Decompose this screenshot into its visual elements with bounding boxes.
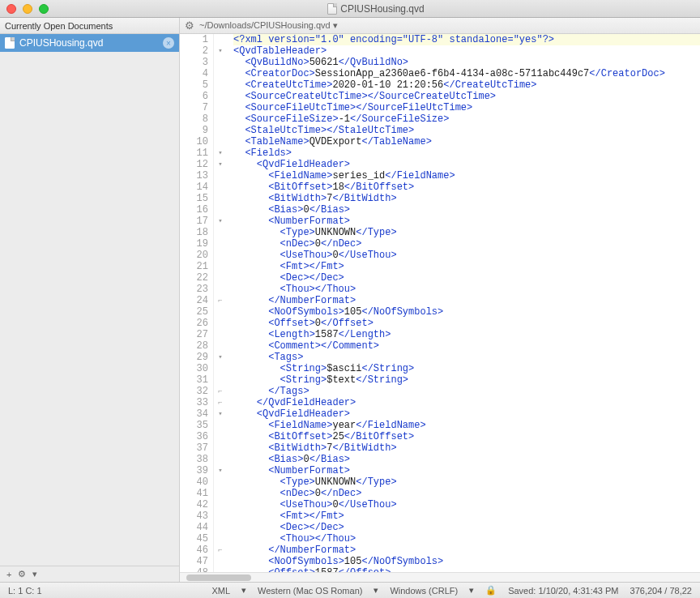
- maximize-icon[interactable]: [39, 4, 49, 14]
- file-size: 376,204 / 78,22: [630, 586, 692, 596]
- fold-marker: [214, 68, 227, 79]
- dropdown-icon[interactable]: ▾: [241, 585, 246, 596]
- code-editor[interactable]: 1234567891011121314151617181920212223242…: [180, 34, 700, 572]
- fold-marker[interactable]: ⌐: [214, 397, 227, 408]
- minimize-icon[interactable]: [23, 4, 32, 14]
- settings-button[interactable]: ⚙: [18, 569, 26, 579]
- fold-marker: [214, 476, 227, 488]
- code-line[interactable]: <?xml version="1.0" encoding="UTF-8" sta…: [233, 34, 700, 45]
- dropdown-icon[interactable]: ▾: [373, 585, 378, 596]
- code-line[interactable]: <StaleUtcTime></StaleUtcTime>: [233, 125, 700, 136]
- fold-marker: [214, 204, 227, 216]
- code-line[interactable]: <SourceFileUtcTime></SourceFileUtcTime>: [233, 102, 700, 113]
- fold-marker[interactable]: ▾: [214, 45, 227, 57]
- code-line[interactable]: <QvdFieldHeader>: [233, 408, 700, 420]
- fold-gutter[interactable]: ▾▾▾▾⌐▾⌐⌐▾▾⌐: [214, 34, 227, 572]
- code-line[interactable]: <SourceCreateUtcTime></SourceCreateUtcTi…: [233, 91, 700, 102]
- code-line[interactable]: <Fields>: [233, 147, 700, 159]
- code-line[interactable]: <Tags>: [233, 352, 700, 363]
- code-line[interactable]: <Length>1587</Length>: [233, 329, 700, 340]
- code-line[interactable]: <Dec></Dec>: [233, 272, 700, 284]
- fold-marker: [214, 306, 227, 318]
- code-line[interactable]: <UseThou>0</UseThou>: [233, 250, 700, 261]
- code-line[interactable]: <FieldName>year</FieldName>: [233, 420, 700, 431]
- code-line[interactable]: <Thou></Thou>: [233, 284, 700, 295]
- line-number: 22: [180, 272, 208, 284]
- line-number: 10: [180, 136, 208, 147]
- add-button[interactable]: +: [6, 570, 11, 579]
- code-line[interactable]: <NumberFormat>: [233, 216, 700, 227]
- fold-marker[interactable]: ▾: [214, 352, 227, 363]
- fold-marker[interactable]: ▾: [214, 408, 227, 420]
- path-text[interactable]: ~/Downloads/CPIUSHousing.qvd ▾: [199, 20, 338, 31]
- fold-marker[interactable]: ▾: [214, 147, 227, 159]
- line-number: 17: [180, 216, 208, 227]
- code-line[interactable]: <BitOffset>18</BitOffset>: [233, 182, 700, 193]
- code-line[interactable]: </NumberFormat>: [233, 295, 700, 306]
- line-endings[interactable]: Windows (CRLF): [390, 586, 458, 596]
- code-line[interactable]: <Type>UNKNOWN</Type>: [233, 227, 700, 238]
- encoding[interactable]: Western (Mac OS Roman): [258, 586, 362, 596]
- code-line[interactable]: <NumberFormat>: [233, 465, 700, 476]
- code-line[interactable]: </NumberFormat>: [233, 545, 700, 556]
- code-line[interactable]: <String>$ascii</String>: [233, 363, 700, 374]
- code-content[interactable]: <?xml version="1.0" encoding="UTF-8" sta…: [227, 34, 700, 572]
- code-line[interactable]: <Fmt></Fmt>: [233, 510, 700, 522]
- line-number: 36: [180, 431, 208, 442]
- code-line[interactable]: <Offset>0</Offset>: [233, 318, 700, 329]
- fold-marker[interactable]: ▾: [214, 216, 227, 227]
- fold-marker[interactable]: ⌐: [214, 295, 227, 306]
- fold-marker: [214, 556, 227, 567]
- code-line[interactable]: <Dec></Dec>: [233, 522, 700, 533]
- scroll-thumb[interactable]: [186, 575, 251, 581]
- code-line[interactable]: <QvdTableHeader>: [233, 45, 700, 57]
- code-line[interactable]: </Tags>: [233, 386, 700, 397]
- code-line[interactable]: <nDec>0</nDec>: [233, 238, 700, 250]
- code-line[interactable]: </QvdFieldHeader>: [233, 397, 700, 408]
- code-line[interactable]: <Type>UNKNOWN</Type>: [233, 476, 700, 488]
- line-number: 44: [180, 522, 208, 533]
- fold-marker[interactable]: ▾: [214, 465, 227, 476]
- code-line[interactable]: <FieldName>series_id</FieldName>: [233, 170, 700, 182]
- fold-marker[interactable]: ⌐: [214, 386, 227, 397]
- fold-marker: [214, 340, 227, 352]
- fold-marker[interactable]: ▾: [214, 159, 227, 170]
- fold-marker: [214, 272, 227, 284]
- fold-marker[interactable]: ⌐: [214, 545, 227, 556]
- lock-icon[interactable]: 🔒: [485, 585, 497, 596]
- code-line[interactable]: <TableName>QVDExport</TableName>: [233, 136, 700, 147]
- code-line[interactable]: <QvdFieldHeader>: [233, 159, 700, 170]
- sidebar-footer: + ⚙ ▾: [0, 566, 179, 582]
- code-line[interactable]: <NoOfSymbols>105</NoOfSymbols>: [233, 556, 700, 567]
- document-item[interactable]: CPIUSHousing.qvd ×: [0, 34, 179, 52]
- cursor-position[interactable]: L: 1 C: 1: [8, 586, 42, 596]
- horizontal-scrollbar[interactable]: [180, 572, 700, 582]
- code-line[interactable]: <SourceFileSize>-1</SourceFileSize>: [233, 113, 700, 125]
- code-line[interactable]: <Bias>0</Bias>: [233, 204, 700, 216]
- code-line[interactable]: <Comment></Comment>: [233, 340, 700, 352]
- gear-icon[interactable]: ⚙: [185, 19, 194, 32]
- line-number: 45: [180, 533, 208, 545]
- code-line[interactable]: <CreatorDoc>SessionApp_a2360ae6-f6b4-413…: [233, 68, 700, 79]
- code-line[interactable]: <String>$text</String>: [233, 374, 700, 386]
- code-line[interactable]: <UseThou>0</UseThou>: [233, 499, 700, 510]
- code-line[interactable]: <QvBuildNo>50621</QvBuildNo>: [233, 57, 700, 68]
- code-line[interactable]: <Bias>0</Bias>: [233, 454, 700, 465]
- pane-menu[interactable]: ▾: [32, 569, 37, 579]
- code-line[interactable]: <Thou></Thou>: [233, 533, 700, 545]
- path-bar[interactable]: ⚙ ~/Downloads/CPIUSHousing.qvd ▾: [180, 18, 700, 34]
- code-line[interactable]: <nDec>0</nDec>: [233, 488, 700, 499]
- close-document-icon[interactable]: ×: [163, 37, 174, 49]
- sidebar-header: Currently Open Documents: [0, 18, 179, 34]
- close-icon[interactable]: [6, 4, 16, 14]
- code-line[interactable]: <CreateUtcTime>2020-01-10 21:20:56</Crea…: [233, 79, 700, 91]
- code-line[interactable]: <BitOffset>25</BitOffset>: [233, 431, 700, 442]
- language-mode[interactable]: XML: [211, 586, 230, 596]
- file-icon: [327, 3, 337, 15]
- code-line[interactable]: <BitWidth>7</BitWidth>: [233, 442, 700, 454]
- code-line[interactable]: <Fmt></Fmt>: [233, 261, 700, 272]
- code-line[interactable]: <BitWidth>7</BitWidth>: [233, 193, 700, 204]
- dropdown-icon[interactable]: ▾: [469, 585, 474, 596]
- code-line[interactable]: <NoOfSymbols>105</NoOfSymbols>: [233, 306, 700, 318]
- fold-marker: [214, 113, 227, 125]
